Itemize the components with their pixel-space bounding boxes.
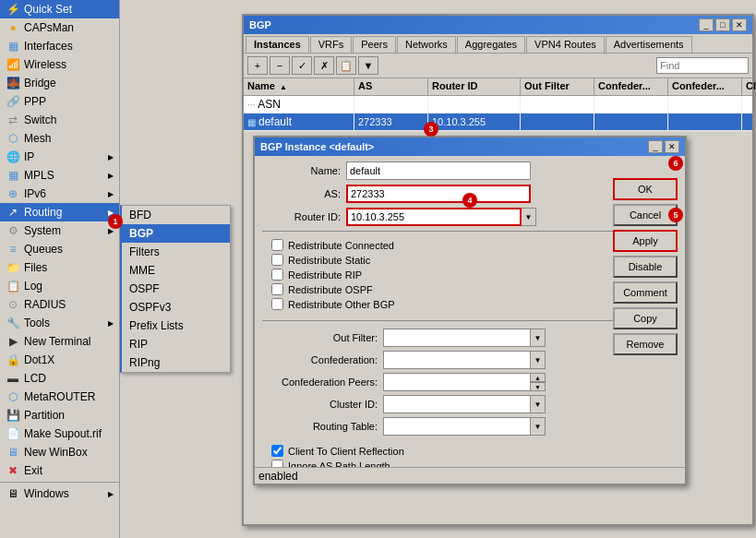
sidebar-item-ip[interactable]: 🌐 IP ▶ <box>0 148 119 166</box>
submenu-item-rip[interactable]: RIP <box>122 335 230 353</box>
sidebar-item-files[interactable]: 📁 Files <box>0 258 119 277</box>
cluster-id-input[interactable] <box>383 395 531 413</box>
redist-bgp-label: Redistribute Other BGP <box>288 299 395 310</box>
cell-as <box>354 96 428 113</box>
sidebar-item-quickset[interactable]: ⚡ Quick Set <box>0 0 119 18</box>
out-filter-dropdown-btn[interactable]: ▼ <box>531 329 546 347</box>
sidebar-item-metarouter[interactable]: ⬡ MetaROUTER <box>0 388 119 406</box>
dialog-minimize-button[interactable]: _ <box>648 140 663 153</box>
sidebar-item-tools[interactable]: 🔧 Tools ▶ <box>0 314 119 332</box>
copy-button[interactable]: 📋 <box>336 56 356 75</box>
sidebar-item-label: Queues <box>24 243 114 256</box>
cluster-id-dropdown-btn[interactable]: ▼ <box>531 395 546 413</box>
ok-button[interactable]: OK <box>613 178 678 200</box>
apply-button[interactable]: Apply <box>613 230 678 252</box>
sidebar-item-routing[interactable]: ↗ Routing ▶ <box>0 203 119 221</box>
submenu-item-ospfv3[interactable]: OSPFv3 <box>122 298 230 317</box>
search-input[interactable] <box>656 57 749 74</box>
tab-peers[interactable]: Peers <box>353 36 396 53</box>
sidebar-item-newterminal[interactable]: ▶ New Terminal <box>0 332 119 351</box>
sidebar-item-radius[interactable]: ⊙ RADIUS <box>0 295 119 314</box>
sidebar-item-switch[interactable]: ⇄ Switch <box>0 111 119 129</box>
check-button[interactable]: ✓ <box>292 56 312 75</box>
sidebar-item-system[interactable]: ⚙ System ▶ <box>0 221 119 240</box>
newwinbox-icon: 🖥 <box>6 445 20 460</box>
submenu-item-filters[interactable]: Filters <box>122 243 230 261</box>
files-icon: 📁 <box>6 260 20 275</box>
sidebar-item-bridge[interactable]: 🌉 Bridge <box>0 74 119 92</box>
tab-instances[interactable]: Instances <box>246 36 309 53</box>
tab-advertisements[interactable]: Advertisements <box>606 36 692 53</box>
sidebar-item-mpls[interactable]: ▦ MPLS ▶ <box>0 166 119 185</box>
routing-table-dropdown-btn[interactable]: ▼ <box>531 417 546 436</box>
col-confed1: Confeder... <box>594 78 668 95</box>
name-input[interactable] <box>346 161 531 180</box>
sidebar-item-ipv6[interactable]: ⊕ IPv6 ▶ <box>0 185 119 203</box>
redist-static-checkbox[interactable] <box>271 254 283 266</box>
bgp-maximize-button[interactable]: □ <box>715 18 730 31</box>
tab-vrfs[interactable]: VRFs <box>310 36 353 53</box>
submenu-item-ospf[interactable]: OSPF <box>122 280 230 298</box>
redist-rip-checkbox[interactable] <box>271 269 283 281</box>
radius-icon: ⊙ <box>6 297 20 312</box>
sidebar-item-dot1x[interactable]: 🔒 Dot1X <box>0 351 119 369</box>
sidebar-item-windows[interactable]: 🖥 Windows ▶ <box>0 484 119 503</box>
add-button[interactable]: + <box>247 56 268 75</box>
sidebar-item-exit[interactable]: ✖ Exit <box>0 461 119 480</box>
router-id-dropdown-btn[interactable]: ▼ <box>522 208 536 226</box>
makesupout-icon: 📄 <box>6 426 20 441</box>
spinner-up-btn[interactable]: ▲ <box>531 373 546 382</box>
router-id-input[interactable] <box>346 208 522 226</box>
sidebar-item-newwinbox[interactable]: 🖥 New WinBox <box>0 443 119 461</box>
confederation-peers-label: Confederation Peers: <box>271 377 378 388</box>
filter-button[interactable]: ▼ <box>358 56 378 75</box>
cross-button[interactable]: ✗ <box>314 56 334 75</box>
sidebar-item-queues[interactable]: ≡ Queues <box>0 240 119 258</box>
confederation-peers-input[interactable] <box>383 373 531 391</box>
redist-ospf-checkbox[interactable] <box>271 283 283 295</box>
client-reflection-checkbox[interactable] <box>271 445 283 457</box>
bgp-minimize-button[interactable]: _ <box>699 18 714 31</box>
tab-networks[interactable]: Networks <box>397 36 456 53</box>
default-icon: ▦ <box>247 117 256 127</box>
sidebar-item-label: New WinBox <box>24 446 114 459</box>
dialog-buttons: OK Cancel Apply Disable Comment Copy Rem… <box>613 178 678 355</box>
as-input[interactable] <box>346 185 531 203</box>
copy-button[interactable]: Copy <box>613 307 678 329</box>
spinner-down-btn[interactable]: ▼ <box>531 382 546 391</box>
confederation-dropdown-btn[interactable]: ▼ <box>531 351 546 369</box>
sidebar-item-mesh[interactable]: ⬡ Mesh <box>0 129 119 148</box>
sidebar-item-label: PPP <box>24 95 114 108</box>
bgp-close-button[interactable]: ✕ <box>732 18 747 31</box>
tab-vpn4routes[interactable]: VPN4 Routes <box>526 36 605 53</box>
out-filter-input[interactable] <box>383 329 531 347</box>
submenu-item-prefix-lists[interactable]: Prefix Lists <box>122 317 230 335</box>
sidebar-item-ppp[interactable]: 🔗 PPP <box>0 92 119 111</box>
redist-connected-checkbox[interactable] <box>271 239 283 251</box>
comment-button[interactable]: Comment <box>613 281 678 304</box>
submenu-item-bgp[interactable]: BGP <box>122 224 230 243</box>
sidebar-item-partition[interactable]: 💾 Partition <box>0 406 119 424</box>
table-row[interactable]: ▦ default 272333 10.10.3.255 <box>244 114 752 131</box>
table-row[interactable]: ··· ASN <box>244 96 752 114</box>
submenu-item-mme[interactable]: MME <box>122 261 230 280</box>
disable-button[interactable]: Disable <box>613 256 678 278</box>
dialog-window-controls: _ ✕ <box>648 140 679 153</box>
col-name: Name ▲ <box>244 78 354 95</box>
sidebar-item-capsman[interactable]: ● CAPsMan <box>0 18 119 37</box>
tab-aggregates[interactable]: Aggregates <box>457 36 525 53</box>
sidebar-item-log[interactable]: 📋 Log <box>0 277 119 295</box>
remove-button[interactable]: − <box>270 56 290 75</box>
confederation-input[interactable] <box>383 351 531 369</box>
sidebar-item-interfaces[interactable]: ▦ Interfaces <box>0 37 119 55</box>
sidebar-item-wireless[interactable]: 📶 Wireless <box>0 55 119 74</box>
sidebar-item-makesupout[interactable]: 📄 Make Supout.rif <box>0 424 119 443</box>
submenu-item-bfd[interactable]: BFD <box>122 206 230 224</box>
remove-button[interactable]: Remove <box>613 333 678 355</box>
redist-bgp-checkbox[interactable] <box>271 298 283 310</box>
table-header: Name ▲ AS Router ID Out Filter Confeder.… <box>244 78 752 96</box>
routing-table-input[interactable] <box>383 417 531 436</box>
submenu-item-ripng[interactable]: RIPng <box>122 353 230 372</box>
dialog-close-button[interactable]: ✕ <box>665 140 679 153</box>
sidebar-item-lcd[interactable]: ▬ LCD <box>0 369 119 388</box>
